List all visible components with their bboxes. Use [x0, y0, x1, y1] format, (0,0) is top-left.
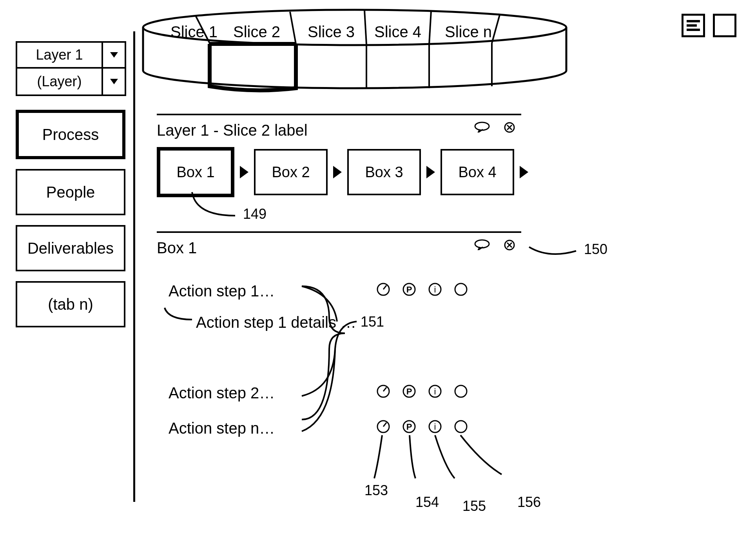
- layer-1-dropdown[interactable]: [102, 41, 126, 69]
- breadcrumb: Layer 1 - Slice 2 label: [157, 122, 308, 139]
- layer-1-select[interactable]: Layer 1: [16, 41, 102, 69]
- svg-text:Slice 3: Slice 3: [308, 23, 355, 40]
- svg-line-42: [383, 423, 386, 427]
- arrow-right-icon: [333, 166, 342, 178]
- layer-selector-stack: Layer 1 (Layer): [16, 41, 127, 96]
- tab-people-label: People: [46, 183, 95, 201]
- close-icon[interactable]: [504, 122, 515, 133]
- layer-2-label: (Layer): [37, 73, 82, 90]
- sidebar-tabs: Process People Deliverables (tab n): [16, 110, 125, 337]
- box-section-title: Box 1: [157, 239, 197, 257]
- action-step-1-icons: P i: [376, 282, 468, 296]
- section-2-top-line: [157, 231, 521, 233]
- blank-view-icon[interactable]: [713, 14, 736, 37]
- p-icon[interactable]: P: [402, 384, 416, 398]
- layer-row-2: (Layer): [16, 69, 127, 96]
- ref-149: 149: [243, 206, 267, 222]
- box-2-label: Box 2: [272, 164, 310, 181]
- svg-text:Slice n: Slice n: [445, 23, 492, 40]
- leaders-icons: [372, 431, 513, 490]
- status-circle-icon[interactable]: [454, 384, 468, 398]
- action-step-n[interactable]: Action step n…: [169, 420, 275, 437]
- leader-149: [188, 188, 251, 223]
- sidebar-divider: [133, 31, 135, 502]
- action-step-2[interactable]: Action step 2…: [169, 384, 275, 402]
- tab-n[interactable]: (tab n): [16, 281, 125, 327]
- tab-deliverables-label: Deliverables: [27, 240, 114, 257]
- ref-154: 154: [415, 494, 439, 510]
- tab-process-label: Process: [42, 126, 99, 143]
- box-3[interactable]: Box 3: [347, 149, 421, 195]
- cylinder-slices: Slice 1 Slice 2 Slice 3 Slice 4 Slice n: [139, 8, 570, 90]
- leader-150: [525, 235, 584, 263]
- action-step-1[interactable]: Action step 1…: [169, 282, 275, 300]
- svg-line-35: [383, 387, 386, 391]
- timer-icon[interactable]: [376, 282, 390, 296]
- tab-deliverables[interactable]: Deliverables: [16, 225, 125, 271]
- svg-text:Slice 4: Slice 4: [374, 23, 421, 40]
- list-view-icon[interactable]: [682, 14, 705, 37]
- svg-text:P: P: [406, 422, 412, 432]
- svg-text:Slice 2: Slice 2: [233, 23, 280, 40]
- arrow-right-icon[interactable]: [520, 166, 528, 178]
- svg-line-8: [492, 15, 500, 43]
- ref-153: 153: [364, 482, 388, 499]
- svg-point-47: [455, 421, 467, 432]
- section-1-top-line: [157, 114, 521, 115]
- ref-156: 156: [517, 494, 541, 510]
- svg-text:i: i: [434, 422, 436, 432]
- brace-151b: [298, 278, 368, 443]
- tab-n-label: (tab n): [48, 296, 93, 313]
- ref-155: 155: [462, 498, 486, 514]
- svg-text:i: i: [434, 285, 436, 294]
- close-icon[interactable]: [504, 239, 515, 251]
- svg-line-7: [429, 11, 431, 44]
- svg-point-23: [475, 240, 489, 248]
- arrow-right-icon: [426, 166, 435, 178]
- layer-2-dropdown[interactable]: [102, 69, 126, 96]
- ref-150: 150: [584, 241, 607, 258]
- info-icon[interactable]: i: [428, 282, 442, 296]
- arrow-right-icon: [240, 166, 248, 178]
- svg-line-6: [364, 10, 366, 44]
- svg-text:i: i: [434, 387, 436, 396]
- svg-point-40: [455, 385, 467, 397]
- chevron-down-icon: [110, 79, 118, 84]
- action-step-2-icons: P i: [376, 384, 468, 398]
- ref-151: 151: [361, 314, 384, 330]
- timer-icon[interactable]: [376, 384, 390, 398]
- comment-icon[interactable]: [474, 122, 490, 133]
- tab-people[interactable]: People: [16, 169, 125, 215]
- status-circle-icon[interactable]: [454, 282, 468, 296]
- comment-icon[interactable]: [474, 239, 490, 250]
- svg-point-19: [475, 122, 489, 130]
- box-2[interactable]: Box 2: [254, 149, 328, 195]
- view-toggle-group: [682, 14, 736, 37]
- layer-row-1: Layer 1: [16, 41, 127, 69]
- layer-1-label: Layer 1: [36, 47, 83, 63]
- svg-line-5: [290, 12, 296, 44]
- leader-detail: [157, 302, 196, 325]
- svg-text:P: P: [406, 285, 412, 294]
- box-4-label: Box 4: [458, 164, 496, 181]
- box-1-label: Box 1: [176, 164, 214, 181]
- svg-text:P: P: [406, 387, 412, 396]
- box-3-label: Box 3: [365, 164, 403, 181]
- svg-line-28: [383, 285, 386, 289]
- box-4[interactable]: Box 4: [441, 149, 514, 195]
- p-icon[interactable]: P: [402, 282, 416, 296]
- section-1-controls: [474, 122, 515, 133]
- chevron-down-icon: [110, 52, 118, 58]
- layer-2-select[interactable]: (Layer): [16, 69, 102, 96]
- svg-point-33: [455, 283, 467, 295]
- svg-text:Slice 1: Slice 1: [170, 23, 218, 40]
- tab-process[interactable]: Process: [16, 110, 125, 159]
- info-icon[interactable]: i: [428, 384, 442, 398]
- section-2-controls: [474, 239, 515, 251]
